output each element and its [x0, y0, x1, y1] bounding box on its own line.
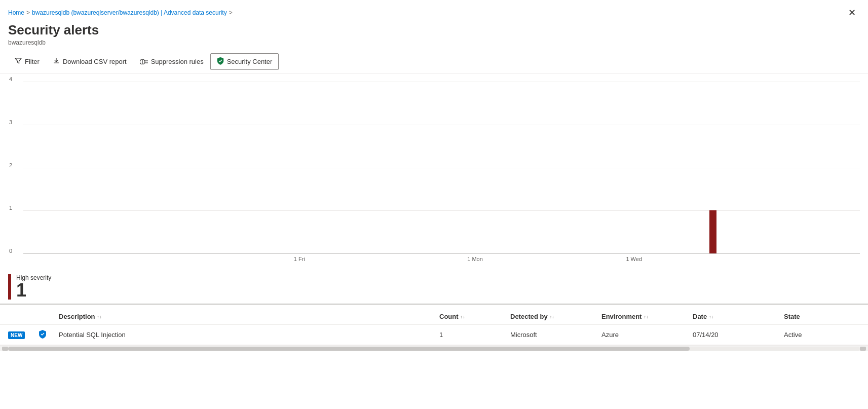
x-label-mon: 1 Mon: [467, 256, 483, 262]
scrollbar-track[interactable]: [8, 347, 860, 351]
y-label-2: 2: [9, 162, 12, 168]
table-section: Description ↑↓ Count ↑↓ Detected by ↑↓ E…: [0, 304, 868, 345]
severity-count: 1: [16, 281, 51, 300]
toolbar: Filter Download CSV report Suppression r…: [0, 50, 868, 73]
y-label-3: 3: [9, 119, 12, 125]
col-header-environment: Environment ↑↓: [601, 313, 693, 320]
breadcrumb: Home > bwazuresqldb (bwazureqlserver/bwa…: [8, 9, 233, 16]
security-center-label: Security Center: [227, 58, 273, 65]
sort-date-icon[interactable]: ↑↓: [709, 314, 713, 319]
download-csv-button[interactable]: Download CSV report: [46, 54, 133, 69]
new-badge: NEW: [8, 331, 25, 339]
cell-badge: NEW: [8, 331, 39, 339]
cell-icon: [39, 329, 59, 341]
page-header: Security alerts bwazuresqldb: [0, 20, 868, 50]
sort-count-icon[interactable]: ↑↓: [461, 314, 465, 319]
filter-label: Filter: [25, 58, 40, 65]
breadcrumb-sep2: >: [229, 9, 233, 16]
scrollbar-thumb[interactable]: [8, 347, 690, 351]
horizontal-scrollbar[interactable]: [0, 345, 868, 351]
sort-detected-icon[interactable]: ↑↓: [550, 314, 554, 319]
download-icon: [53, 57, 60, 66]
filter-icon: [15, 57, 22, 66]
breadcrumb-sep1: >: [26, 9, 30, 16]
suppression-rules-button[interactable]: Suppression rules: [133, 54, 210, 69]
sort-environment-icon[interactable]: ↑↓: [644, 314, 648, 319]
security-center-button[interactable]: Security Center: [210, 53, 279, 70]
chart-bar-high: [709, 210, 716, 253]
chart-container: 4 3 2 1 0: [23, 82, 860, 254]
cell-detected: Microsoft: [510, 331, 601, 339]
x-label-fri: 1 Fri: [294, 256, 305, 262]
cell-count: 1: [439, 331, 510, 339]
severity-info: High severity 1: [16, 274, 51, 300]
suppression-icon: [140, 58, 148, 66]
col-header-state: State: [784, 313, 860, 320]
close-icon: ✕: [848, 8, 856, 18]
page-subtitle: bwazuresqldb: [8, 39, 860, 46]
table-row[interactable]: NEW Potential SQL Injection 1 Microsoft …: [0, 325, 868, 345]
y-label-0: 0: [9, 248, 12, 254]
security-center-icon: [217, 57, 224, 66]
top-bar: Home > bwazuresqldb (bwazureqlserver/bwa…: [0, 0, 868, 20]
col-header-count: Count ↑↓: [439, 313, 510, 320]
y-label-1: 1: [9, 205, 12, 211]
cell-description: Potential SQL Injection: [59, 331, 439, 339]
severity-indicator: High severity 1: [8, 274, 51, 300]
severity-section: High severity 1: [0, 266, 868, 304]
scroll-left-arrow[interactable]: [2, 347, 8, 351]
page-title: Security alerts: [8, 22, 860, 38]
table-header: Description ↑↓ Count ↑↓ Detected by ↑↓ E…: [0, 309, 868, 325]
shield-icon: [39, 331, 47, 340]
y-label-4: 4: [9, 76, 12, 82]
col-header-detected: Detected by ↑↓: [510, 313, 601, 320]
sort-description-icon[interactable]: ↑↓: [97, 314, 102, 319]
filter-button[interactable]: Filter: [8, 54, 46, 69]
severity-bar: [8, 274, 11, 300]
chart-bars: [23, 82, 860, 253]
chart-area: 4 3 2 1 0 1 Fri 1 Mon 1 Wed: [0, 73, 868, 266]
download-label: Download CSV report: [63, 58, 127, 65]
suppression-label: Suppression rules: [151, 58, 204, 65]
scroll-right-arrow[interactable]: [860, 347, 866, 351]
cell-environment: Azure: [601, 331, 693, 339]
x-axis: 1 Fri 1 Mon 1 Wed: [23, 256, 860, 266]
col-header-description: Description ↑↓: [59, 313, 439, 320]
close-button[interactable]: ✕: [844, 5, 860, 20]
x-label-wed: 1 Wed: [626, 256, 642, 262]
breadcrumb-home[interactable]: Home: [8, 9, 24, 16]
cell-state: Active: [784, 331, 860, 339]
col-header-date: Date ↑↓: [693, 313, 784, 320]
cell-date: 07/14/20: [693, 331, 784, 339]
breadcrumb-resource[interactable]: bwazuresqldb (bwazureqlserver/bwazuresql…: [32, 9, 227, 16]
